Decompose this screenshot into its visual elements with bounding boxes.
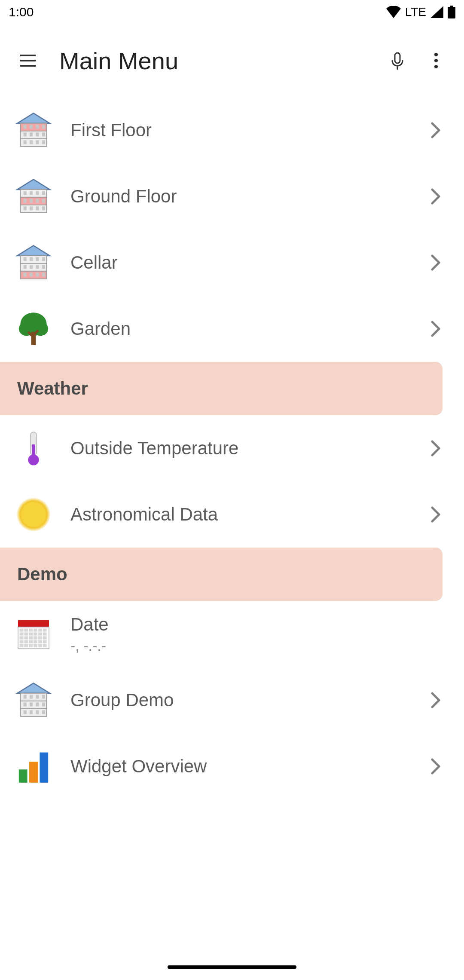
svg-point-60 — [28, 454, 39, 465]
svg-rect-104 — [30, 702, 33, 706]
chevron-right-icon — [425, 438, 446, 459]
calendar-icon — [12, 612, 55, 655]
nav-pill — [168, 965, 296, 969]
svg-rect-44 — [36, 257, 39, 261]
list-item[interactable]: Astronomical Data — [0, 481, 464, 548]
wifi-icon — [386, 6, 401, 18]
svg-rect-63 — [18, 620, 49, 627]
list-item-label: Ground Floor — [70, 186, 425, 207]
svg-rect-45 — [42, 257, 45, 261]
svg-rect-108 — [30, 710, 33, 714]
svg-rect-51 — [30, 273, 33, 276]
svg-rect-112 — [29, 762, 38, 783]
svg-rect-113 — [40, 753, 48, 783]
list-item-text: Cellar — [70, 252, 425, 273]
svg-rect-89 — [20, 644, 24, 647]
chevron-right-icon — [425, 756, 446, 777]
svg-rect-43 — [30, 257, 33, 261]
svg-rect-85 — [29, 640, 33, 643]
svg-rect-68 — [34, 628, 37, 631]
chevron-right-icon — [425, 186, 446, 207]
svg-rect-14 — [24, 132, 27, 136]
voice-button[interactable] — [378, 41, 417, 80]
svg-point-62 — [21, 502, 46, 527]
list-item-label: Outside Temperature — [70, 438, 425, 459]
house-cellar-icon — [12, 241, 55, 284]
list-item[interactable]: Garden — [0, 296, 464, 362]
svg-rect-18 — [24, 140, 27, 144]
svg-rect-42 — [24, 257, 27, 261]
list-item-label: Date — [70, 614, 446, 635]
svg-rect-109 — [36, 710, 39, 714]
svg-rect-31 — [30, 199, 33, 202]
microphone-icon — [387, 50, 408, 71]
svg-rect-94 — [43, 644, 47, 647]
svg-rect-52 — [36, 273, 39, 276]
svg-rect-32 — [36, 199, 39, 202]
more-button[interactable] — [417, 41, 455, 80]
section-header: Demo — [0, 548, 443, 601]
svg-rect-91 — [29, 644, 33, 647]
svg-rect-47 — [30, 265, 33, 269]
svg-rect-87 — [38, 640, 42, 643]
list-item[interactable]: Group Demo — [0, 667, 464, 733]
svg-rect-37 — [42, 206, 45, 210]
sun-icon — [12, 493, 55, 536]
svg-rect-10 — [24, 125, 27, 129]
svg-rect-2 — [395, 53, 400, 63]
status-icons: LTE — [386, 5, 455, 19]
thermometer-icon — [12, 427, 55, 470]
svg-point-3 — [434, 53, 438, 56]
svg-rect-79 — [29, 636, 33, 639]
list-item[interactable]: Cellar — [0, 230, 464, 296]
house-first-icon — [12, 109, 55, 152]
house-ground-icon — [12, 175, 55, 218]
svg-rect-1 — [450, 6, 453, 7]
svg-rect-0 — [448, 7, 455, 18]
svg-rect-69 — [38, 628, 42, 631]
svg-rect-105 — [36, 702, 39, 706]
list-item-label: Astronomical Data — [70, 504, 425, 525]
svg-rect-102 — [42, 695, 45, 698]
chevron-right-icon — [425, 120, 446, 141]
status-bar: 1:00 LTE — [0, 0, 464, 24]
list-item[interactable]: First Floor — [0, 97, 464, 163]
svg-rect-82 — [43, 636, 47, 639]
page-title: Main Menu — [59, 47, 378, 75]
svg-rect-111 — [19, 769, 27, 783]
svg-rect-65 — [20, 628, 24, 631]
svg-rect-74 — [34, 632, 37, 635]
svg-rect-72 — [24, 632, 28, 635]
svg-rect-77 — [20, 636, 24, 639]
svg-marker-95 — [17, 683, 50, 693]
svg-rect-66 — [24, 628, 28, 631]
list-item-text: Ground Floor — [70, 186, 425, 207]
chevron-right-icon — [425, 690, 446, 710]
list-item[interactable]: Outside Temperature — [0, 415, 464, 481]
svg-rect-17 — [42, 132, 45, 136]
svg-rect-27 — [30, 191, 33, 195]
cellular-icon — [430, 6, 443, 18]
menu-button[interactable] — [9, 41, 47, 80]
svg-rect-93 — [38, 644, 42, 647]
list-item-text: Garden — [70, 318, 425, 339]
svg-point-5 — [434, 65, 438, 68]
list-item-label: Cellar — [70, 252, 425, 273]
svg-rect-90 — [24, 644, 28, 647]
list-item[interactable]: Widget Overview — [0, 733, 464, 799]
svg-rect-80 — [34, 636, 37, 639]
svg-rect-76 — [43, 632, 47, 635]
svg-rect-110 — [42, 710, 45, 714]
svg-rect-15 — [30, 132, 33, 136]
status-time: 1:00 — [9, 5, 34, 19]
svg-rect-13 — [42, 125, 45, 129]
svg-rect-107 — [24, 710, 27, 714]
section-header-label: Weather — [17, 378, 88, 399]
svg-rect-75 — [38, 632, 42, 635]
house-plain-icon — [12, 679, 55, 722]
svg-rect-100 — [30, 695, 33, 698]
main-list: First FloorGround FloorCellarGardenWeath… — [0, 97, 464, 799]
list-item[interactable]: Ground Floor — [0, 163, 464, 230]
svg-rect-99 — [24, 695, 27, 698]
list-item-label: Widget Overview — [70, 756, 425, 777]
